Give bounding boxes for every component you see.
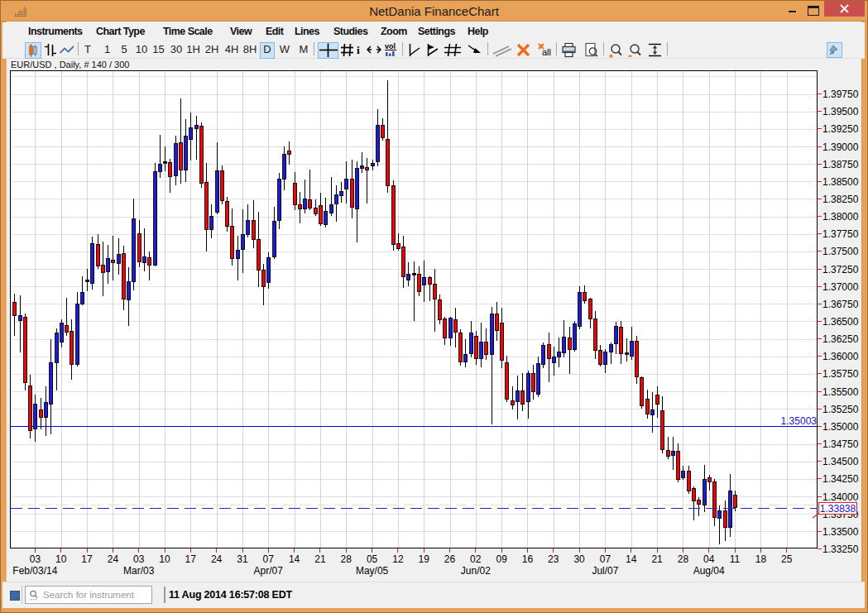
svg-text:all: all [542,47,551,57]
svg-text:vol: vol [385,42,396,50]
